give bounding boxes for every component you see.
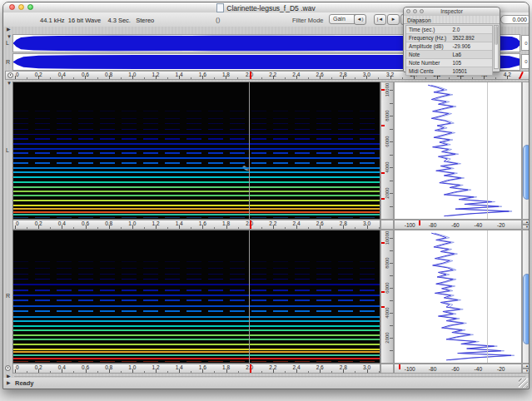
disclosure-triangle-right-icon[interactable]: ▶ bbox=[7, 27, 11, 32]
db-label: -40 bbox=[475, 222, 482, 228]
inspector-window[interactable]: Inspector Diapason Time (sec.)2.0 Freque… bbox=[403, 7, 500, 72]
ruler-minor-tick bbox=[261, 227, 262, 229]
ruler-label: 1.2 bbox=[152, 364, 159, 370]
harmonic-line bbox=[13, 361, 380, 362]
ruler-label: 3.0 bbox=[363, 72, 370, 77]
ruler-minor-tick bbox=[27, 371, 27, 373]
document-icon bbox=[216, 3, 224, 12]
ruler-minor-tick bbox=[144, 77, 145, 79]
harmonic-line bbox=[13, 134, 380, 135]
scrollbar-right[interactable] bbox=[522, 230, 530, 364]
spectrum-trace bbox=[428, 85, 509, 215]
harmonic-line bbox=[13, 334, 380, 336]
disclosure-triangle-down2-icon[interactable]: ▼ bbox=[7, 81, 12, 86]
ruler-label: 2.2 bbox=[269, 220, 276, 226]
ruler-minor-tick bbox=[379, 227, 380, 229]
spectrogram-right[interactable] bbox=[12, 230, 380, 364]
scrollbar-thumb-right[interactable] bbox=[523, 274, 530, 344]
app-window: Clarinette-legsus_f_D5 .wav 44.1 kHz 16 … bbox=[2, 2, 530, 389]
harmonic-line bbox=[13, 358, 380, 359]
ruler-label: 0.4 bbox=[58, 220, 66, 226]
ruler-label: 1.6 bbox=[199, 72, 206, 77]
volume-button[interactable]: ◄) bbox=[354, 14, 366, 25]
disclosure-triangle-down-icon[interactable]: ▼ bbox=[7, 34, 12, 39]
harmonic-line bbox=[13, 152, 380, 154]
playhead-cursor[interactable] bbox=[250, 72, 251, 79]
ruler-minor-tick bbox=[355, 371, 355, 373]
inspector-row-amplitude: Amplitude (dB)-29.906 bbox=[406, 42, 492, 51]
harmonic-line bbox=[13, 208, 380, 210]
ruler-label: 2.2 bbox=[269, 364, 276, 370]
play-button[interactable]: ► bbox=[387, 14, 400, 25]
harmonic-line bbox=[13, 211, 380, 213]
ruler-minor-tick bbox=[378, 77, 379, 79]
harmonic-line bbox=[13, 143, 380, 145]
ruler-minor-tick bbox=[191, 371, 191, 373]
harmonic-line bbox=[13, 344, 380, 345]
playhead-cursor[interactable] bbox=[250, 220, 251, 229]
ruler-minor-tick bbox=[402, 77, 403, 79]
ruler-minor-tick bbox=[355, 227, 355, 229]
ruler-label: 1.0 bbox=[128, 364, 136, 370]
db-label: -80 bbox=[429, 222, 436, 228]
ruler-minor-tick bbox=[214, 227, 215, 229]
ruler-minor-tick bbox=[285, 77, 286, 79]
spectrogram-channel-label-left: L bbox=[6, 147, 9, 153]
end-marker bbox=[519, 72, 524, 79]
harmonic-line bbox=[13, 351, 380, 353]
frequency-ruler-right: 100008000600040002000 bbox=[380, 230, 394, 364]
spectrogram-left[interactable]: ✎ bbox=[12, 82, 380, 220]
scrollbar-left[interactable] bbox=[522, 82, 530, 220]
freq-tick bbox=[390, 300, 393, 301]
harmonic-line bbox=[13, 320, 380, 322]
freq-tick bbox=[390, 238, 393, 239]
harmonic-line bbox=[13, 261, 380, 262]
freq-tick bbox=[390, 116, 393, 116]
plot-gridline bbox=[487, 82, 488, 219]
playhead-cursor[interactable] bbox=[250, 364, 251, 373]
ruler-minor-tick bbox=[214, 77, 215, 79]
freq-tick bbox=[390, 141, 393, 142]
gain-box-right[interactable]: 0 bbox=[521, 54, 530, 69]
ruler-minor-tick bbox=[308, 227, 309, 229]
ruler-label: 3.2 bbox=[386, 72, 394, 77]
ruler-minor-tick bbox=[73, 77, 74, 79]
freq-label: 10000 bbox=[385, 82, 390, 102]
gain-box-left[interactable]: 0 bbox=[521, 35, 530, 51]
freq-tick bbox=[390, 263, 393, 264]
play-icon: ► bbox=[391, 17, 396, 22]
spectrogram-time-ruler-left[interactable]: 00.20.40.60.81.01.21.41.61.82.02.22.42.6… bbox=[12, 220, 380, 230]
harmonic-line bbox=[13, 191, 380, 192]
spectrum-plot-right bbox=[394, 230, 522, 364]
overview-channel-label-left: L bbox=[6, 40, 9, 46]
spectrogram-time-ruler-right[interactable]: 00.20.40.60.81.01.21.41.61.82.02.22.42.6… bbox=[12, 364, 380, 374]
scrollbar-thumb-left[interactable] bbox=[523, 145, 530, 200]
time-display-field[interactable]: 0.000 bbox=[500, 15, 530, 24]
freq-tick bbox=[390, 350, 393, 351]
ruler-minor-tick bbox=[238, 371, 239, 373]
db-label: -60 bbox=[451, 366, 459, 372]
ruler-minor-tick bbox=[237, 77, 238, 79]
ruler-minor-tick bbox=[495, 77, 496, 79]
spectrum-trace bbox=[431, 233, 511, 360]
harmonic-line bbox=[13, 205, 380, 206]
db-label: -100 bbox=[405, 222, 415, 228]
harmonic-line bbox=[13, 349, 380, 350]
spectrogram-playhead-line bbox=[249, 230, 250, 363]
status-disclosure-icon[interactable]: ▶ bbox=[7, 380, 11, 385]
rewind-button[interactable]: |◄ bbox=[374, 14, 386, 25]
ruler-label: 0 bbox=[16, 220, 19, 226]
harmonic-line bbox=[13, 186, 380, 188]
freq-marker-red bbox=[381, 242, 385, 244]
ruler-minor-tick bbox=[472, 77, 473, 79]
inspector-scrollbar[interactable] bbox=[494, 25, 499, 69]
ruler-minor-tick bbox=[331, 371, 332, 373]
ruler-label: 2.8 bbox=[340, 72, 347, 77]
db-ruler-left: -100-80-60-40-20 bbox=[394, 220, 522, 230]
headphone-icon: () bbox=[216, 16, 220, 23]
filter-mode-label: Filter Mode bbox=[292, 17, 324, 24]
resize-grip[interactable] bbox=[519, 379, 528, 388]
ruler-label: 0.2 bbox=[35, 364, 42, 370]
harmonic-line bbox=[13, 214, 380, 215]
harmonic-line bbox=[13, 316, 380, 318]
